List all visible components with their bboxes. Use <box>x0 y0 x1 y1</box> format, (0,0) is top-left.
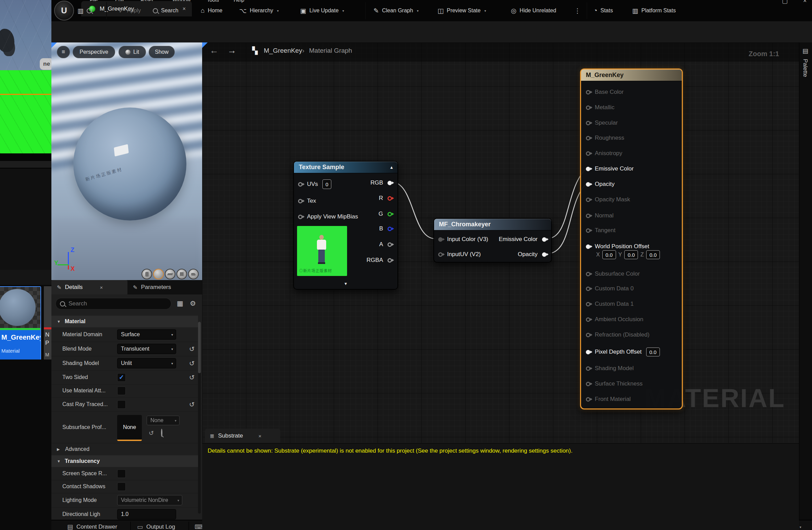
pin-apply-view-mipbias[interactable]: Apply View MipBias <box>298 213 358 221</box>
pin-custom-data-0[interactable]: Custom Data 0 <box>586 285 633 293</box>
two-sided-checkbox[interactable]: ✓ <box>117 373 126 382</box>
subsurface-profile-thumbnail[interactable]: None <box>117 415 142 441</box>
wpo-x-input[interactable]: 0.0 <box>602 250 616 259</box>
pin-uvs[interactable]: UVs 0 <box>298 180 331 188</box>
details-search-input[interactable]: Search <box>56 298 171 310</box>
display-filter-icon[interactable]: ▦ <box>177 299 183 307</box>
pin-base-color[interactable]: Base Color <box>586 88 624 96</box>
forward-arrow-button[interactable]: → <box>227 45 236 56</box>
material-domain-dropdown[interactable]: Surface▾ <box>117 329 176 340</box>
section-translucency[interactable]: ▼ Translucency <box>51 455 198 467</box>
shape-teapot-button[interactable] <box>188 269 199 279</box>
use-selected-asset-icon[interactable]: ↺ <box>149 429 154 437</box>
pin-opacity-mask[interactable]: Opacity Mask <box>586 195 630 204</box>
pin-g-output[interactable]: G <box>379 210 392 218</box>
close-tab-icon[interactable]: × <box>183 6 186 12</box>
reset-to-default-button[interactable]: ↺ <box>189 359 195 367</box>
platform-stats-button[interactable]: ▥Platform Stats <box>632 0 676 21</box>
hierarchy-button[interactable]: ⌥Hierarchy▾ <box>239 0 279 21</box>
pin-surface-thickness[interactable]: Surface Thickness <box>586 380 643 388</box>
shape-plane-button[interactable] <box>165 269 175 279</box>
contact-shadows-checkbox[interactable] <box>117 482 126 491</box>
search-button[interactable]: Search <box>153 0 179 21</box>
pin-anisotropy[interactable]: Anisotropy <box>586 149 622 157</box>
shading-model-dropdown[interactable]: Unlit▾ <box>117 358 176 368</box>
node-header[interactable]: MF_Chromakeyer <box>434 219 551 230</box>
pin-ambient-occlusion[interactable]: Ambient Occlusion <box>586 315 643 324</box>
blend-mode-dropdown[interactable]: Translucent▾ <box>117 344 176 354</box>
preview-state-button[interactable]: ◫Preview State▾ <box>438 0 486 21</box>
lit-button[interactable]: Lit <box>119 46 146 58</box>
details-scrollbar[interactable] <box>198 322 201 514</box>
lighting-mode-dropdown[interactable]: Volumetric NonDire▾ <box>117 495 182 505</box>
pin-input-uv[interactable]: InputUV (V2) <box>438 250 481 258</box>
asset-tile-neighbor[interactable]: N P M <box>44 286 51 359</box>
use-material-attributes-checkbox[interactable] <box>117 387 126 395</box>
pin-roughness[interactable]: Roughness <box>586 134 624 142</box>
pin-front-material[interactable]: Front Material <box>586 395 631 403</box>
palette-side-tab[interactable]: ▤ Palette <box>799 42 812 530</box>
reset-to-default-button[interactable]: ↺ <box>189 401 195 408</box>
tab-details[interactable]: ✎ Details × <box>51 280 127 294</box>
close-window-button[interactable]: × <box>803 0 807 4</box>
pin-r-output[interactable]: R <box>379 194 392 202</box>
pin-rgb-output[interactable]: RGB <box>370 179 392 187</box>
pdo-input[interactable]: 0.0 <box>646 348 660 356</box>
back-arrow-button[interactable]: ← <box>210 45 219 56</box>
scrollbar-thumb[interactable] <box>198 322 201 373</box>
pin-refraction[interactable]: Refraction (Disabled) <box>586 331 650 339</box>
pin-opacity-output[interactable]: Opacity <box>518 250 546 258</box>
hide-unrelated-options-button[interactable]: ⋮ <box>574 0 581 21</box>
node-texture-sample[interactable]: Texture Sample ▴ UVs 0 Tex Apply View Mi… <box>293 161 398 290</box>
pin-metallic[interactable]: Metallic <box>586 103 615 112</box>
show-button[interactable]: Show <box>149 46 175 58</box>
cast-ray-traced-checkbox[interactable] <box>117 400 126 409</box>
tab-parameters[interactable]: ✎ Parameters <box>127 280 176 294</box>
hide-unrelated-button[interactable]: ◎Hide Unrelated <box>511 0 556 21</box>
content-drawer-button[interactable]: ▤Content Drawer <box>67 523 117 530</box>
close-icon[interactable]: × <box>100 285 103 290</box>
node-m-greenkey-result[interactable]: M_GreenKey Base Color Metallic Specular … <box>580 68 683 409</box>
breadcrumb-root[interactable]: M_GreenKey <box>264 47 302 54</box>
pin-tangent[interactable]: Tangent <box>586 226 616 235</box>
viewport-menu-button[interactable]: ≡ <box>57 46 70 58</box>
uvs-value-box[interactable]: 0 <box>322 179 331 189</box>
pin-a-output[interactable]: A <box>379 240 392 249</box>
section-material[interactable]: ▼ Material <box>51 316 198 327</box>
node-header[interactable]: Texture Sample ▴ <box>294 162 397 173</box>
screen-space-reflections-checkbox[interactable] <box>117 469 126 478</box>
wpo-y-input[interactable]: 0.0 <box>624 250 638 259</box>
maximize-button[interactable]: ▢ <box>782 0 788 5</box>
pin-emissive-color-output[interactable]: Emissive Color <box>499 235 546 243</box>
pin-specular[interactable]: Specular <box>586 119 618 127</box>
pin-custom-data-1[interactable]: Custom Data 1 <box>586 300 633 308</box>
collapse-icon[interactable]: ▴ <box>390 165 393 170</box>
subsurface-profile-dropdown[interactable]: None▾ <box>147 416 180 425</box>
pin-world-position-offset[interactable]: World Position Offset <box>586 242 649 251</box>
asset-tile-mgreenkey[interactable]: M_GreenKey Material <box>0 286 41 361</box>
shape-cylinder-button[interactable] <box>142 269 152 279</box>
live-update-button[interactable]: ▣Live Update▾ <box>300 0 344 21</box>
pin-shading-model[interactable]: Shading Model <box>586 364 633 373</box>
node-header[interactable]: M_GreenKey <box>581 70 682 81</box>
close-icon[interactable]: × <box>258 433 261 439</box>
pin-opacity[interactable]: Opacity <box>586 180 615 188</box>
stats-button[interactable]: ◔Stats <box>593 0 613 21</box>
browse-to-asset-button[interactable]: ▥ <box>77 0 92 21</box>
reset-to-default-button[interactable]: ↺ <box>189 345 195 353</box>
row-advanced[interactable]: ▶ Advanced <box>51 443 198 456</box>
shape-cube-button[interactable] <box>176 269 187 279</box>
home-button[interactable]: ⌂Home <box>201 0 222 21</box>
pin-b-output[interactable]: B <box>379 225 392 233</box>
expand-icon[interactable]: ▾ <box>344 281 347 286</box>
gear-icon[interactable]: ⚙ <box>190 299 196 307</box>
pin-pixel-depth-offset[interactable]: Pixel Depth Offset0.0 <box>586 348 660 356</box>
output-log-button[interactable]: ▭Output Log <box>137 523 175 530</box>
reset-to-default-button[interactable]: ↺ <box>189 374 195 381</box>
clean-graph-button[interactable]: ✎Clean Graph▾ <box>373 0 419 21</box>
preview-viewport[interactable]: 新片场正版素材 ≡ Perspective Lit Show Z Y X <box>51 42 202 280</box>
shape-sphere-button[interactable] <box>153 269 164 279</box>
pin-subsurface-color[interactable]: Subsurface Color <box>586 270 640 278</box>
browse-asset-icon[interactable] <box>161 429 162 437</box>
pin-tex[interactable]: Tex <box>298 197 316 205</box>
